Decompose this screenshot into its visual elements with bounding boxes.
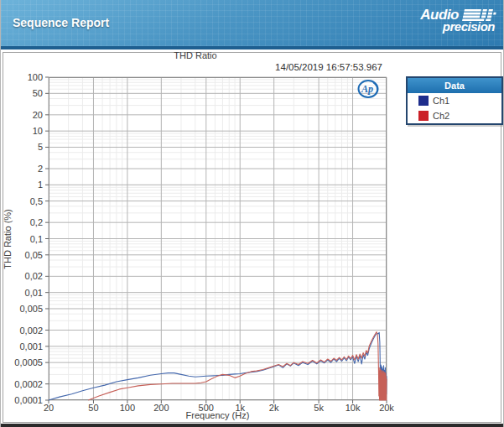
y-tick-label: 0,05 xyxy=(1,250,43,260)
y-tick-label: 0,0005 xyxy=(1,357,43,367)
x-tick-label: 2k xyxy=(256,403,293,413)
y-tick-label: 1 xyxy=(1,180,43,190)
svg-text:Ap: Ap xyxy=(361,83,373,95)
x-tick-label: 50 xyxy=(75,403,112,413)
y-tick-label: 0,5 xyxy=(1,196,43,206)
y-tick-label: 50 xyxy=(1,88,43,98)
page-title: Sequence Report xyxy=(13,16,109,29)
y-tick-label: 0,02 xyxy=(1,271,43,281)
report-header: Sequence Report Audio precision xyxy=(1,0,504,49)
sequence-report-page: Sequence Report Audio precision THD Rati… xyxy=(0,0,504,427)
x-tick-label: 500 xyxy=(188,403,225,413)
legend-panel: Data Ch1 Ch2 xyxy=(406,76,503,125)
x-tick-label: 20 xyxy=(30,403,67,413)
y-tick-label: 0,1 xyxy=(1,234,43,244)
y-tick-label: 0,01 xyxy=(1,288,43,298)
y-tick-label: 10 xyxy=(1,126,43,136)
x-tick-label: 5k xyxy=(300,403,337,413)
thd-ratio-plot xyxy=(49,77,387,400)
y-axis-tick-labels: 1005020105210,50,20,10,050,020,010,0050,… xyxy=(1,77,44,400)
legend-title: Data xyxy=(408,78,501,93)
series-ch1 xyxy=(49,332,387,400)
x-tick-label: 100 xyxy=(109,403,146,413)
x-tick-label: 200 xyxy=(143,403,179,413)
ch1-label: Ch1 xyxy=(433,96,449,106)
y-tick-label: 0,0002 xyxy=(1,379,43,389)
y-tick-label: 2 xyxy=(1,164,43,174)
y-tick-label: 0,2 xyxy=(1,217,43,227)
x-tick-label: 10k xyxy=(335,403,372,413)
y-tick-label: 0,005 xyxy=(1,304,43,314)
chart-title: THD Ratio xyxy=(49,50,342,60)
measurement-timestamp: 14/05/2019 16:57:53.967 xyxy=(131,62,382,72)
y-tick-label: 0,001 xyxy=(1,341,43,351)
ch2-color-swatch xyxy=(418,111,429,121)
y-tick-label: 5 xyxy=(1,142,43,152)
y-tick-label: 100 xyxy=(1,72,43,82)
ch2-label: Ch2 xyxy=(433,111,449,121)
x-tick-label: 1k xyxy=(221,403,258,413)
legend-item-ch1: Ch1 xyxy=(408,93,501,108)
y-tick-label: 20 xyxy=(1,110,43,120)
ap-roundel-icon: Ap xyxy=(356,79,380,99)
audio-precision-logo: Audio precision xyxy=(420,8,496,33)
legend-item-ch2: Ch2 xyxy=(408,108,501,123)
y-tick-label: 0,002 xyxy=(1,325,43,336)
ch1-color-swatch xyxy=(418,96,429,106)
x-tick-label: 20k xyxy=(368,403,405,413)
x-axis-tick-labels: 20501002005001k2k5k10k20k xyxy=(49,403,387,414)
